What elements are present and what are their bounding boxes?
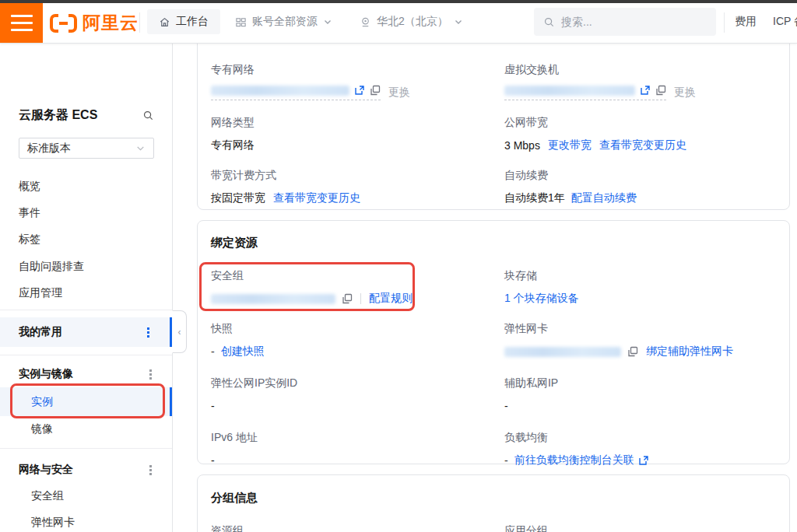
value-divider: [360, 293, 361, 304]
location-pin-icon: [360, 16, 371, 28]
field-secondary-private-ip: 辅助私网IP -: [504, 376, 776, 414]
ipv6-empty-value: -: [211, 453, 504, 468]
group-header: 网络与安全: [19, 463, 73, 477]
nav-divider: [139, 12, 140, 33]
vpc-id-redacted[interactable]: [211, 86, 349, 96]
workbench-label: 工作台: [176, 15, 209, 29]
billing-link[interactable]: 费用: [735, 15, 757, 29]
field-resource-group: 资源组: [211, 524, 504, 532]
copy-icon[interactable]: [370, 85, 381, 96]
billing-method-value: 按固定带宽: [211, 191, 265, 205]
field-vpc: 专有网络 更换: [211, 63, 504, 100]
aliyun-logo-icon: [50, 14, 77, 33]
sidebar-item-eni[interactable]: 弹性网卡: [31, 513, 75, 532]
copy-icon[interactable]: [342, 293, 353, 304]
group-header: 实例与镜像: [19, 367, 73, 381]
vpc-change-link[interactable]: 更换: [388, 86, 410, 100]
snapshot-label: 快照: [211, 322, 504, 337]
external-link-icon[interactable]: [640, 85, 651, 96]
sidebar-item-images[interactable]: 镜像: [31, 420, 53, 439]
create-snapshot-link[interactable]: 创建快照: [221, 345, 265, 359]
copy-icon[interactable]: [655, 85, 666, 96]
sidebar-item-events[interactable]: 事件: [19, 204, 40, 222]
product-title: 云服务器 ECS: [19, 107, 97, 124]
field-block-storage: 块存储 1 个块存储设备: [504, 269, 776, 306]
configure-auto-renew-link[interactable]: 配置自动续费: [571, 191, 637, 205]
slb-label: 负载均衡: [504, 431, 776, 446]
sidebar: 云服务器 ECS 标准版本 概览 事件 标签 自助问题排查 应用管理 我的常用 …: [0, 44, 173, 532]
more-actions-icon[interactable]: [147, 327, 149, 338]
global-search-box[interactable]: [534, 8, 716, 36]
grouping-info-title: 分组信息: [211, 491, 776, 506]
sidebar-item-instances[interactable]: 实例: [0, 387, 172, 416]
block-storage-label: 块存储: [504, 269, 776, 284]
eni-label: 弹性网卡: [504, 322, 776, 337]
aliyun-logo[interactable]: 阿里云: [50, 3, 139, 43]
network-type-label: 网络类型: [211, 116, 504, 131]
vswitch-label: 虚拟交换机: [504, 63, 776, 78]
security-group-id-redacted[interactable]: [211, 294, 335, 304]
field-security-group: 安全组 配置规则: [211, 269, 504, 306]
field-app-group: 应用分组: [504, 524, 776, 532]
chevron-down-icon: [323, 17, 332, 26]
resource-group-label: 资源组: [211, 524, 504, 532]
bandwidth-history-link[interactable]: 查看带宽变更历史: [599, 138, 686, 152]
sidebar-group-network-security[interactable]: 网络与安全: [0, 455, 172, 485]
slb-console-link[interactable]: 前往负载均衡控制台关联: [514, 453, 634, 467]
version-select[interactable]: 标准版本: [19, 138, 154, 159]
configure-rules-link[interactable]: 配置规则: [369, 292, 413, 306]
icp-link[interactable]: ICP 备案: [773, 15, 797, 29]
network-type-value: 专有网络: [211, 138, 504, 153]
main-content: 专有网络 更换: [174, 44, 797, 532]
sidebar-collapse-handle[interactable]: ‹: [172, 310, 187, 353]
account-resources-dropdown[interactable]: 账号全部资源: [235, 9, 332, 34]
ipv6-label: IPv6 地址: [211, 431, 504, 446]
eip-label: 弹性公网IP实例ID: [211, 376, 504, 391]
field-billing-method: 带宽计费方式 按固定带宽 查看带宽变更历史: [211, 169, 504, 206]
nav-divider: [724, 12, 725, 33]
external-link-icon[interactable]: [354, 85, 365, 96]
region-label: 华北2（北京）: [377, 15, 448, 29]
vswitch-id-redacted[interactable]: [504, 86, 635, 96]
external-link-icon[interactable]: [638, 455, 649, 466]
sidebar-item-overview[interactable]: 概览: [19, 177, 40, 196]
sidebar-group-favorites[interactable]: 我的常用: [0, 317, 172, 347]
copy-icon[interactable]: [627, 346, 638, 357]
workbench-button[interactable]: 工作台: [147, 9, 220, 34]
field-eip: 弹性公网IP实例ID -: [211, 376, 504, 414]
vpc-label: 专有网络: [211, 63, 504, 78]
grouping-info-card: 分组信息 资源组 应用分组: [197, 474, 790, 532]
sidebar-item-app-management[interactable]: 应用管理: [19, 284, 62, 303]
more-actions-icon[interactable]: [149, 369, 152, 380]
chevron-down-icon: [454, 17, 463, 26]
auto-renew-value: 自动续费1年: [504, 191, 565, 205]
sidebar-item-tags[interactable]: 标签: [19, 230, 40, 249]
more-actions-icon[interactable]: [149, 465, 152, 475]
slb-empty-value: -: [504, 454, 508, 467]
change-bandwidth-link[interactable]: 更改带宽: [548, 138, 592, 152]
bandwidth-history-link[interactable]: 查看带宽变更历史: [273, 191, 360, 205]
hamburger-menu-button[interactable]: [0, 3, 43, 43]
eni-id-redacted[interactable]: [504, 347, 621, 357]
sidebar-item-security-groups[interactable]: 安全组: [31, 487, 64, 506]
security-group-label: 安全组: [211, 269, 504, 284]
account-resources-label: 账号全部资源: [252, 15, 318, 29]
field-ipv6: IPv6 地址 -: [211, 431, 504, 468]
region-selector[interactable]: 华北2（北京）: [360, 9, 463, 34]
snapshot-empty-value: -: [211, 345, 215, 358]
sidebar-group-instances-images[interactable]: 实例与镜像: [0, 359, 172, 389]
chevron-down-icon: [135, 143, 146, 153]
search-input[interactable]: [561, 16, 693, 28]
favorites-header: 我的常用: [19, 325, 62, 339]
bind-secondary-eni-link[interactable]: 绑定辅助弹性网卡: [646, 345, 733, 359]
block-storage-link[interactable]: 1 个块存储设备: [504, 292, 579, 306]
sidebar-search-icon[interactable]: [142, 110, 154, 121]
version-select-value: 标准版本: [27, 142, 71, 156]
sidebar-divider: [0, 448, 172, 449]
hamburger-icon: [11, 15, 33, 17]
sidebar-item-troubleshooting[interactable]: 自助问题排查: [19, 257, 84, 276]
app-group-label: 应用分组: [504, 524, 776, 532]
field-slb: 负载均衡 - 前往负载均衡控制台关联: [504, 431, 776, 468]
vswitch-change-link[interactable]: 更换: [674, 86, 696, 100]
collapse-chevron-icon: ‹: [178, 327, 181, 338]
